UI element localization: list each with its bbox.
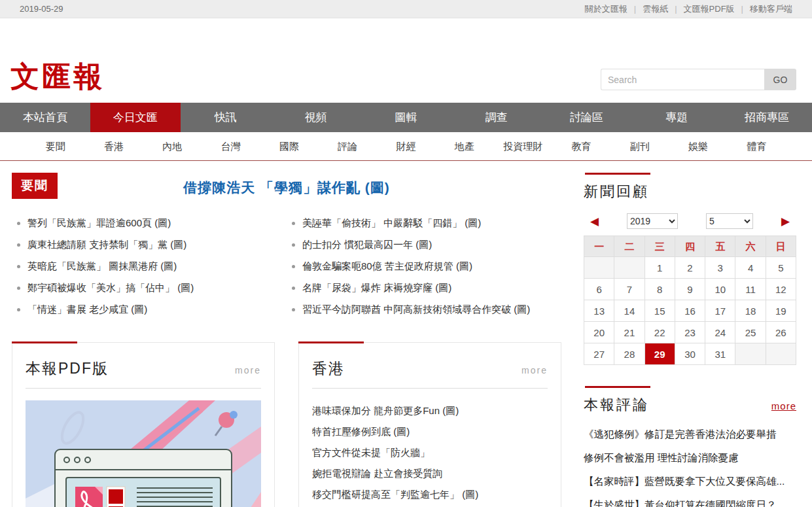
lead-headline[interactable]: 借撐陳浩天 「學獨」謀作亂 (圖)	[12, 173, 561, 197]
headline-list-item[interactable]: 「情迷」書展 老少咸宜 (圖)	[27, 298, 287, 320]
hongkong-panel-more-link[interactable]: more	[521, 365, 548, 376]
calendar-day-cell[interactable]: 1	[645, 257, 675, 279]
top-link[interactable]: 關於文匯報	[585, 3, 627, 15]
top-link[interactable]: 文匯報PDF版	[668, 3, 734, 15]
commentary-item[interactable]: 修例不會被濫用 理性討論消除憂慮	[584, 446, 796, 470]
pdf-preview-illustration[interactable]	[26, 400, 261, 507]
calendar-day-cell[interactable]: 5	[766, 257, 796, 279]
calendar-day-cell[interactable]: 21	[614, 322, 644, 343]
calendar-day-cell[interactable]	[584, 257, 614, 279]
calendar-day-cell[interactable]: 20	[584, 322, 614, 343]
next-month-icon[interactable]: ▶	[781, 216, 790, 227]
year-select[interactable]: 2019	[627, 213, 678, 229]
calendar-day-cell[interactable]: 27	[584, 343, 614, 365]
calendar-day-cell[interactable]: 18	[735, 300, 766, 322]
calendar-day-cell[interactable]: 11	[735, 279, 766, 300]
calendar-day-cell[interactable]	[735, 343, 766, 365]
calendar-day-cell[interactable]: 28	[614, 343, 644, 365]
calendar-day-cell[interactable]: 4	[735, 257, 766, 279]
calendar-weekday-cell: 四	[675, 236, 705, 257]
commentary-item[interactable]: 【名家時評】藍營既要拿下大位又要保高雄...	[584, 470, 796, 493]
calendar-day-cell[interactable]: 16	[675, 300, 705, 322]
commentary-item[interactable]: 【生於盛世】黃台仰打算在德國閃縮度日？	[584, 493, 796, 507]
site-logo[interactable]: 文匯報	[10, 58, 105, 96]
headline-list-item[interactable]: 的士扣分 慣犯最高囚一年 (圖)	[302, 234, 561, 255]
top-link[interactable]: 移動客戶端	[735, 3, 792, 15]
headline-list-item[interactable]: 美誣華「偷技術」 中嚴辭駁「四錯」 (圖)	[302, 212, 561, 234]
main-nav-item[interactable]: 專題	[631, 103, 722, 132]
calendar-day-cell[interactable]: 6	[584, 279, 614, 300]
sub-nav-item[interactable]: 內地	[143, 132, 202, 160]
top-link[interactable]: 雲報紙	[627, 3, 668, 15]
calendar-day-cell[interactable]: 17	[705, 300, 735, 322]
hongkong-panel-title[interactable]: 香港	[312, 358, 345, 379]
month-select[interactable]: 5	[706, 213, 753, 229]
sub-nav-item[interactable]: 體育	[728, 132, 786, 160]
calendar-day-cell[interactable]: 30	[675, 343, 705, 365]
sub-nav-item[interactable]: 香港	[84, 132, 143, 160]
headline-list-item[interactable]: 警列「民族黨」罪證逾600頁 (圖)	[27, 212, 287, 234]
calendar-day-cell[interactable]: 10	[705, 279, 735, 300]
commentary-item[interactable]: 《逃犯條例》修訂是完善香港法治必要舉措	[584, 423, 796, 446]
pdf-panel-title[interactable]: 本報PDF版	[26, 358, 109, 379]
hongkong-news-item[interactable]: 移交門檻研提高至「判監逾七年」 (圖)	[312, 484, 548, 505]
sub-nav-item[interactable]: 要聞	[26, 132, 84, 160]
main-nav-item[interactable]: 討論區	[541, 103, 631, 132]
headline-list-item[interactable]: 英暗庇「民族黨」 圖抹黑港府 (圖)	[27, 255, 287, 277]
calendar-day-cell[interactable]: 26	[766, 322, 796, 343]
calendar-day-cell[interactable]: 12	[766, 279, 796, 300]
headline-list-item[interactable]: 倫敦金騙案呃80億 苦主促政府規管 (圖)	[302, 255, 561, 277]
main-nav-item[interactable]: 調查	[451, 103, 541, 132]
calendar-day-cell[interactable]: 24	[705, 322, 735, 343]
calendar-weekday-cell: 五	[705, 236, 735, 257]
sub-nav-item[interactable]: 娛樂	[669, 132, 727, 160]
commentary-head: 本報評論 more	[584, 395, 796, 415]
main-nav-item[interactable]: 圖輯	[361, 103, 451, 132]
sub-nav-item[interactable]: 教育	[552, 132, 610, 160]
calendar-day-cell[interactable]: 23	[675, 322, 705, 343]
pdf-panel-more-link[interactable]: more	[235, 365, 261, 376]
calendar-day-cell[interactable]: 13	[584, 300, 614, 322]
search-input[interactable]	[601, 69, 764, 90]
headline-list-item[interactable]: 鄭宇碩被爆收「美水」搞「佔中」 (圖)	[27, 277, 287, 298]
sub-nav-item[interactable]: 評論	[319, 132, 377, 160]
calendar-day-cell[interactable]: 9	[675, 279, 705, 300]
masthead: 文匯報 GO	[0, 18, 812, 103]
sub-nav-item[interactable]: 副刊	[610, 132, 669, 160]
sub-nav-item[interactable]: 地產	[435, 132, 493, 160]
calendar-day-cell[interactable]: 2	[675, 257, 705, 279]
calendar-day-cell[interactable]: 29	[645, 343, 675, 365]
hongkong-news-item[interactable]: 婉拒電視辯論 赴立會接受質詢	[312, 463, 548, 484]
main-nav-item[interactable]: 今日文匯	[90, 103, 181, 132]
calendar-day-cell[interactable]	[614, 257, 644, 279]
sub-nav-item[interactable]: 財經	[377, 132, 435, 160]
calendar-day-cell[interactable]: 7	[614, 279, 644, 300]
calendar-day-cell[interactable]: 14	[614, 300, 644, 322]
calendar-day-cell[interactable]: 15	[645, 300, 675, 322]
main-nav-item[interactable]: 本站首頁	[0, 103, 90, 132]
search-go-button[interactable]: GO	[764, 69, 796, 90]
calendar-day-cell[interactable]	[766, 343, 796, 365]
calendar-day-cell[interactable]: 3	[705, 257, 735, 279]
main-nav-item[interactable]: 招商專區	[722, 103, 812, 132]
headline-list-item[interactable]: 廣東社總請願 支持禁制「獨」黨 (圖)	[27, 234, 287, 255]
sub-nav-item[interactable]: 投資理財	[494, 132, 552, 160]
headline-list-item[interactable]: 習近平今訪阿聯酋 中阿高新技術領域尋合作突破 (圖)	[302, 298, 561, 320]
sub-nav-item[interactable]: 國際	[260, 132, 318, 160]
calendar-day-cell[interactable]: 19	[766, 300, 796, 322]
main-nav-item[interactable]: 視頻	[271, 103, 361, 132]
commentary-list: 《逃犯條例》修訂是完善香港法治必要舉措修例不會被濫用 理性討論消除憂慮【名家時評…	[584, 423, 796, 507]
calendar-day-cell[interactable]: 8	[645, 279, 675, 300]
hongkong-news-item[interactable]: 特首扛壓修例到底 (圖)	[312, 421, 548, 442]
hongkong-news-item[interactable]: 港味環保加分 龍舟節更多Fun (圖)	[312, 400, 548, 421]
sub-nav-item[interactable]: 台灣	[202, 132, 260, 160]
calendar-day-cell[interactable]: 25	[735, 322, 766, 343]
main-nav-item[interactable]: 快訊	[181, 103, 271, 132]
calendar-day-cell[interactable]: 22	[645, 322, 675, 343]
prev-month-icon[interactable]: ◀	[590, 216, 599, 227]
section-badge[interactable]: 要聞	[12, 173, 58, 199]
headline-list-item[interactable]: 名牌「尿袋」爆炸 床褥燒穿窿 (圖)	[302, 277, 561, 298]
calendar-day-cell[interactable]: 31	[705, 343, 735, 365]
hongkong-news-item[interactable]: 官方文件從未提「防火牆」	[312, 442, 548, 463]
commentary-more-link[interactable]: more	[771, 400, 796, 411]
